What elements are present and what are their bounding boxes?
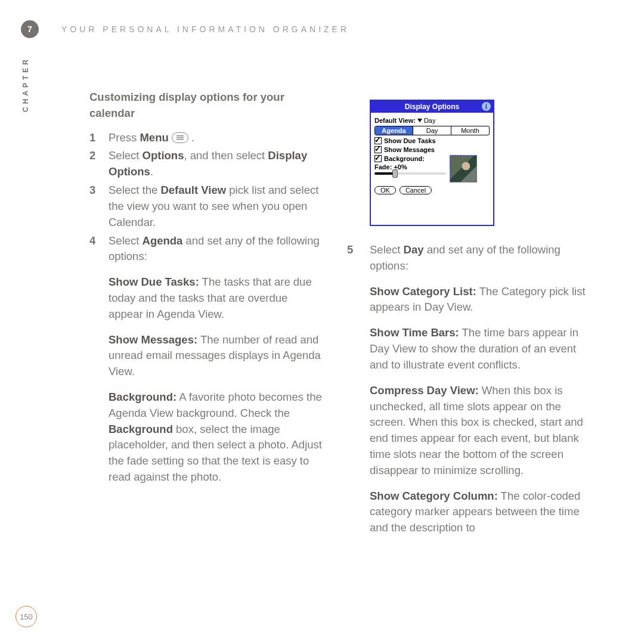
show-messages-checkbox[interactable] — [374, 146, 382, 153]
step-4-text: Select Agenda and set any of the followi… — [109, 233, 322, 265]
tab-agenda[interactable]: Agenda — [375, 126, 413, 135]
show-due-tasks-para: Show Due Tasks: The tasks that are due t… — [109, 274, 322, 322]
text-bold: Show Category Column: — [370, 490, 498, 502]
text: Select — [370, 243, 404, 256]
text-bold: Show Category List: — [370, 285, 476, 298]
show-due-tasks-checkbox[interactable] — [374, 137, 382, 144]
show-messages-label: Show Messages — [384, 146, 435, 153]
text-bold: Compress Day View: — [370, 384, 479, 397]
default-view-value: Day — [424, 117, 436, 124]
chapter-header-title: YOUR PERSONAL INFORMATION ORGANIZER — [61, 24, 349, 34]
step-5-text: Select Day and set any of the following … — [370, 242, 595, 274]
text: Select — [109, 149, 143, 162]
step-number: 4 — [89, 233, 109, 265]
dialog-title: Display Options — [405, 103, 459, 111]
text: Select the — [109, 184, 160, 196]
fade-slider[interactable] — [374, 172, 446, 175]
background-para: Background: A favorite photo becomes the… — [109, 389, 322, 485]
default-view-label: Default View: — [374, 117, 416, 124]
cancel-button[interactable]: Cancel — [400, 186, 432, 194]
text-bold: Menu — [140, 131, 168, 144]
default-view-picklist[interactable]: Day — [417, 117, 436, 124]
compress-day-view-para: Compress Day View: When this box is unch… — [370, 383, 595, 479]
text: When this box is unchecked, all time slo… — [370, 384, 583, 476]
step-number: 5 — [347, 242, 370, 274]
text-bold: Background — [109, 423, 173, 435]
background-thumbnail[interactable] — [450, 155, 477, 182]
step-number: 1 — [89, 130, 109, 146]
tab-day[interactable]: Day — [413, 126, 451, 135]
text: . — [188, 131, 194, 144]
text-bold: Show Due Tasks: — [109, 275, 199, 288]
step-number: 3 — [89, 182, 109, 230]
show-category-column-para: Show Category Column: The color-coded ca… — [370, 488, 595, 536]
text-bold: Show Messages: — [109, 333, 197, 346]
text: , and then select — [184, 149, 268, 162]
info-icon[interactable]: i — [482, 102, 491, 111]
show-category-list-para: Show Category List: The Category pick li… — [370, 284, 595, 316]
ok-button[interactable]: OK — [374, 186, 396, 194]
display-options-dialog: Display Options i Default View: Day Agen… — [370, 100, 494, 226]
background-checkbox[interactable] — [374, 155, 382, 162]
step-number: 2 — [89, 148, 109, 180]
slider-thumb-icon[interactable] — [392, 169, 398, 178]
text: Select — [109, 234, 143, 247]
text-bold: Options — [143, 149, 184, 162]
section-heading: Customizing display options for your cal… — [89, 89, 322, 122]
chevron-down-icon — [417, 119, 422, 122]
text-bold: Default View — [160, 184, 226, 196]
show-time-bars-para: Show Time Bars: The time bars appear in … — [370, 325, 595, 373]
tab-month[interactable]: Month — [451, 126, 489, 135]
step-3-text: Select the Default View pick list and se… — [109, 182, 322, 230]
text-bold: Agenda — [143, 234, 183, 247]
chapter-vertical-label: CHAPTER — [21, 57, 30, 112]
fade-label: Fade: +0% — [374, 163, 446, 171]
page-number: 150 — [16, 606, 37, 627]
menu-key-icon — [172, 132, 188, 143]
show-messages-para: Show Messages: The number of read and un… — [109, 332, 322, 380]
text-bold: Day — [404, 243, 424, 256]
chapter-number-badge: 7 — [21, 20, 39, 38]
text: Press — [109, 131, 140, 144]
show-due-tasks-label: Show Due Tasks — [384, 137, 436, 144]
step-1-text: Press Menu . — [109, 130, 322, 146]
text-bold: Background: — [109, 391, 177, 403]
text-bold: Show Time Bars: — [370, 326, 459, 339]
view-tabs: Agenda Day Month — [374, 126, 490, 135]
step-2-text: Select Options, and then select Display … — [109, 148, 322, 180]
text: . — [150, 165, 153, 178]
background-label: Background: — [384, 155, 425, 162]
dialog-titlebar: Display Options i — [371, 101, 493, 113]
